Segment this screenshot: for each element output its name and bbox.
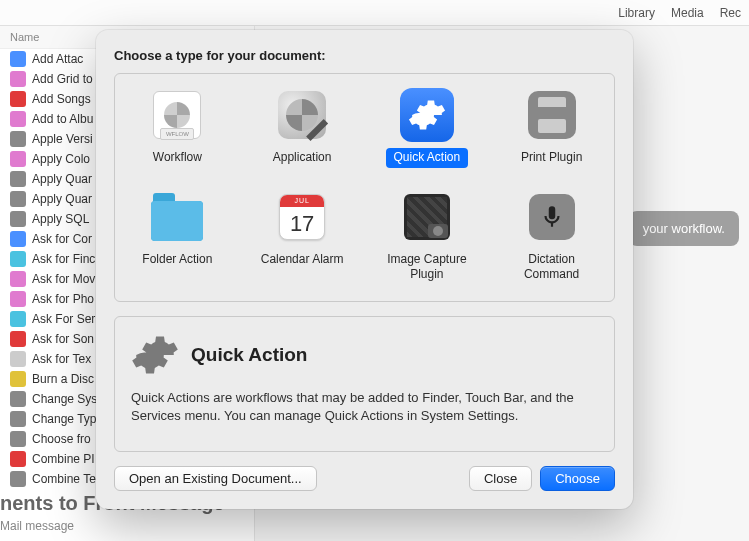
doc-type-label: Quick Action xyxy=(386,148,469,168)
sidebar-item-icon xyxy=(10,451,26,467)
doc-type-label: Dictation Command xyxy=(493,250,610,285)
sidebar-item-icon xyxy=(10,311,26,327)
description-box: Quick Action Quick Actions are workflows… xyxy=(114,316,615,452)
choose-button[interactable]: Choose xyxy=(540,466,615,491)
document-type-modal: Choose a type for your document: WFLOW W… xyxy=(96,30,633,509)
sidebar-item-label: Change Sys xyxy=(32,392,97,406)
description-text: Quick Actions are workflows that may be … xyxy=(131,389,598,425)
sidebar-item-label: Apply SQL xyxy=(32,212,89,226)
doc-type-label: Workflow xyxy=(145,148,210,168)
sidebar-item-label: Ask for Son xyxy=(32,332,94,346)
sidebar-item-label: Combine PI xyxy=(32,452,95,466)
sidebar-item-label: Ask for Tex xyxy=(32,352,91,366)
calendar-alarm-icon: JUL17 xyxy=(275,190,329,244)
sidebar-item-icon xyxy=(10,371,26,387)
sidebar-item-icon xyxy=(10,151,26,167)
sidebar-item-icon xyxy=(10,91,26,107)
doc-type-label: Image Capture Plugin xyxy=(369,250,486,285)
print-plugin-icon xyxy=(525,88,579,142)
sidebar-item-icon xyxy=(10,71,26,87)
sidebar-item-icon xyxy=(10,391,26,407)
sidebar-item-icon xyxy=(10,231,26,247)
doc-type-folder-action[interactable]: Folder Action xyxy=(115,184,240,291)
canvas-hint: your workflow. xyxy=(629,211,739,246)
toolbar-library[interactable]: Library xyxy=(618,6,655,20)
sidebar-item-icon xyxy=(10,471,26,487)
doc-type-calendar-alarm[interactable]: JUL17 Calendar Alarm xyxy=(240,184,365,291)
doc-type-label: Application xyxy=(265,148,340,168)
application-icon xyxy=(275,88,329,142)
toolbar-rec[interactable]: Rec xyxy=(720,6,741,20)
sidebar-item-icon xyxy=(10,291,26,307)
sidebar-item-icon xyxy=(10,271,26,287)
sidebar-item-icon xyxy=(10,251,26,267)
sidebar-item-label: Ask for Finc xyxy=(32,252,95,266)
open-existing-button[interactable]: Open an Existing Document... xyxy=(114,466,317,491)
microphone-icon xyxy=(539,204,565,230)
doc-type-dictation-command[interactable]: Dictation Command xyxy=(489,184,614,291)
doc-type-label: Print Plugin xyxy=(513,148,590,168)
sidebar-item-icon xyxy=(10,331,26,347)
sidebar-item-label: Ask For Ser xyxy=(32,312,95,326)
sidebar-item-label: Choose fro xyxy=(32,432,91,446)
sidebar-item-label: Add Grid to xyxy=(32,72,93,86)
sidebar-item-icon xyxy=(10,131,26,147)
sidebar-item-label: Apply Quar xyxy=(32,172,92,186)
sidebar-item-label: Ask for Cor xyxy=(32,232,92,246)
doc-type-quick-action[interactable]: Quick Action xyxy=(365,82,490,174)
sidebar-item-icon xyxy=(10,211,26,227)
sidebar-item-icon xyxy=(10,111,26,127)
sidebar-item-label: Apple Versi xyxy=(32,132,93,146)
document-type-grid: WFLOW Workflow Application Quick Action … xyxy=(114,73,615,302)
toolbar-media[interactable]: Media xyxy=(671,6,704,20)
gear-icon xyxy=(408,96,446,134)
folder-action-icon xyxy=(150,190,204,244)
sidebar-item-label: Burn a Disc xyxy=(32,372,94,386)
sidebar-item-label: Combine Te xyxy=(32,472,96,486)
sidebar-item-icon xyxy=(10,411,26,427)
sidebar-item-label: Add Attac xyxy=(32,52,83,66)
sidebar-item-label: Ask for Pho xyxy=(32,292,94,306)
sidebar-item-label: Apply Quar xyxy=(32,192,92,206)
image-capture-plugin-icon xyxy=(400,190,454,244)
sidebar-item-label: Apply Colo xyxy=(32,152,90,166)
doc-type-print-plugin[interactable]: Print Plugin xyxy=(489,82,614,174)
sidebar-item-label: Add to Albu xyxy=(32,112,93,126)
sidebar-item-icon xyxy=(10,51,26,67)
sidebar-item-label: Change Typ xyxy=(32,412,97,426)
sidebar-item-label: Ask for Mov xyxy=(32,272,95,286)
doc-type-workflow[interactable]: WFLOW Workflow xyxy=(115,82,240,174)
close-button[interactable]: Close xyxy=(469,466,532,491)
background-toolbar: Library Media Rec xyxy=(0,0,749,26)
quick-action-icon xyxy=(400,88,454,142)
doc-type-application[interactable]: Application xyxy=(240,82,365,174)
doc-type-label: Folder Action xyxy=(134,250,220,270)
workflow-icon: WFLOW xyxy=(150,88,204,142)
footer-sub: Mail message xyxy=(0,519,224,533)
sidebar-item-icon xyxy=(10,171,26,187)
modal-button-row: Open an Existing Document... Close Choos… xyxy=(114,466,615,491)
sidebar-item-label: Add Songs xyxy=(32,92,91,106)
sidebar-item-icon xyxy=(10,351,26,367)
sidebar-item-icon xyxy=(10,431,26,447)
doc-type-label: Calendar Alarm xyxy=(253,250,352,270)
modal-title: Choose a type for your document: xyxy=(114,48,615,63)
dictation-command-icon xyxy=(525,190,579,244)
sidebar-item-icon xyxy=(10,191,26,207)
doc-type-image-capture-plugin[interactable]: Image Capture Plugin xyxy=(365,184,490,291)
gear-icon xyxy=(131,331,179,379)
description-title: Quick Action xyxy=(191,344,307,366)
